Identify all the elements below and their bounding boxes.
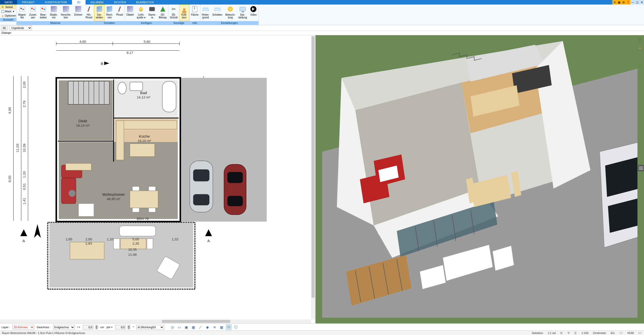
ribbon-group-title: Sonstige (168, 21, 189, 25)
palette-icon[interactable] (636, 54, 643, 60)
material-pinsel-button[interactable]: Hin.Pinsel (84, 5, 94, 21)
menu-tab-datei[interactable]: DATEI (0, 0, 17, 5)
lichtquelle-button[interactable]: Licht-quelle ▾ (135, 5, 147, 21)
svg-text:10,39: 10,39 (22, 144, 26, 152)
geschoss-select[interactable]: Erdgeschos (53, 325, 75, 329)
material-drehen-button[interactable]: Drehen (73, 5, 84, 21)
svg-text:Bad: Bad (140, 91, 147, 95)
layer-select[interactable]: 2D-Elemen (13, 325, 34, 329)
scrollbar-horizontal[interactable] (0, 319, 311, 323)
maximize-button[interactable]: ◻ (635, 0, 639, 5)
ribbon-group-title: Material (17, 21, 94, 25)
sun-icon (228, 7, 233, 12)
side-panel-handle[interactable] (638, 165, 644, 171)
material-abgreifen-button[interactable]: Abgrei-fen (17, 5, 28, 21)
material-bearbeiten-button[interactable]: Bear-beiten (38, 5, 48, 21)
material-verschieben-button[interactable]: Verschie-ben (59, 5, 73, 21)
status-bar: Raum Wohnzimmer RAUM - 1.5cm Putz L=Räum… (0, 330, 644, 335)
l-spinner[interactable]: ▴▾ (95, 325, 98, 329)
l-input[interactable] (83, 325, 93, 329)
options-label: Optionen (5, 14, 16, 17)
mode-label: 3D (1, 26, 8, 30)
north-icon[interactable]: Ⓝ (226, 324, 232, 330)
scissors-icon: ✂ (172, 7, 176, 12)
material-zuweisen-button[interactable]: Zuwei-sen (28, 5, 38, 21)
line-icon[interactable]: ／ (198, 324, 203, 330)
ribbon-group-title: Info (190, 21, 200, 25)
status-uf: UF (619, 331, 623, 334)
svg-text:0,51: 0,51 (22, 183, 26, 190)
options-button[interactable]: ＋ Optionen (1, 14, 16, 17)
schatten-pinsel-button[interactable]: Pinsel (115, 5, 125, 21)
tree-tool-icon[interactable]: ♣ (636, 62, 643, 69)
status-scale: 1:100 (582, 331, 589, 334)
clock-icon[interactable]: ◷ (170, 324, 175, 330)
kamera-button[interactable]: Kame-ra (147, 5, 157, 21)
grid-on-icon[interactable]: ▦ (219, 324, 224, 330)
schatten-settings-button[interactable]: Schatten (211, 5, 224, 21)
terrain-select[interactable]: Urgelände (9, 26, 32, 30)
camera-icon (149, 7, 155, 11)
menu-tab-sichten[interactable]: SICHTEN (109, 0, 131, 5)
layer-icon[interactable]: ◆ (205, 324, 210, 330)
material-skalieren-button[interactable]: Skalie-ren (48, 5, 59, 21)
schatten-darstellen-button[interactable]: Dar-stellen (94, 5, 104, 21)
hintergrund-button[interactable]: Hinter-grund (200, 5, 211, 21)
svg-text:9,17: 9,17 (127, 51, 133, 55)
cursor-icon (2, 6, 5, 9)
camera-tool-icon[interactable]: ▣ (184, 324, 189, 330)
svg-text:14,12 m²: 14,12 m² (137, 95, 150, 99)
view-3d[interactable]: ☰ 🪑 ♣ (316, 35, 644, 323)
menu-tab-projekt[interactable]: PROJEKT (17, 0, 40, 5)
ruler-icon[interactable]: ▭ (177, 324, 182, 330)
tool-icon[interactable]: ✕ (612, 0, 617, 5)
bitmap-button[interactable]: 3D-Bitmap (157, 5, 168, 21)
svg-text:18,14 m²: 18,14 m² (76, 124, 90, 127)
schatten-rechnen-button[interactable]: Rech-nen (104, 5, 115, 21)
tool-icon[interactable]: ▦ (617, 0, 621, 5)
svg-rect-65 (149, 208, 156, 212)
minimize-button[interactable]: — (630, 0, 635, 5)
tool-icon[interactable]: ❓ (626, 0, 630, 5)
objekt-button[interactable]: Objekt (125, 5, 135, 21)
menu-tab-gelaende[interactable]: GELÄNDE (86, 0, 109, 5)
mode-select[interactable]: dl (Richtung/Di (136, 325, 164, 329)
stack-icon[interactable]: ≋ (212, 324, 217, 330)
darstellung-button[interactable]: Dar-stellung (237, 5, 248, 21)
beleuchtung-button[interactable]: Beleuch-tung (224, 5, 237, 21)
landscape-icon (202, 8, 209, 11)
dialoge-bar: Dialoge: (0, 31, 644, 35)
phi-spinner[interactable]: ▴▾ (128, 325, 130, 329)
layers-icon[interactable]: ☰ (636, 37, 643, 43)
menu-tab-konstruktion[interactable]: KONSTRUKTION (40, 0, 72, 5)
video-button[interactable]: Video (248, 5, 258, 21)
svg-rect-31 (193, 194, 210, 205)
kollision-button[interactable]: Kolli-sion (179, 5, 189, 21)
status-sel: 1:1 sel (548, 331, 556, 334)
chair-icon (127, 6, 133, 12)
ribbon-group-title: Einstellungen (200, 21, 258, 25)
svg-marker-99 (104, 62, 109, 65)
schnitt3d-button[interactable]: ✂3D-Schnitt (168, 5, 179, 21)
svg-rect-78 (120, 226, 156, 236)
phi-unit: ° (133, 326, 134, 329)
bulb-icon (139, 7, 143, 11)
l-unit: cm (100, 326, 104, 329)
tree-icon (160, 7, 165, 12)
tool-icon[interactable]: ⧉ (621, 0, 626, 5)
furniture-icon[interactable]: 🪑 (636, 45, 643, 52)
select-button[interactable]: Selekt (1, 5, 16, 9)
view-2d[interactable]: 4,65 5,60 9,17 4,90 6,00 11,03 2,00 2,79… (0, 35, 316, 323)
info-small-icon[interactable]: ⓘ (233, 324, 239, 330)
mark-button[interactable]: Mark. ▾ (1, 10, 16, 13)
phi-input[interactable] (115, 325, 126, 329)
menu-tab-3d[interactable]: 3D (72, 0, 86, 5)
flaeche-button[interactable]: Fläche (190, 5, 200, 21)
svg-rect-54 (116, 121, 177, 129)
menu-tab-bearbeiten[interactable]: BEARBEITEN (131, 0, 159, 5)
scrollbar-vertical[interactable] (311, 35, 315, 319)
close-button[interactable]: ✕ (639, 0, 644, 5)
brush-icon (118, 6, 121, 12)
menu-bar: DATEI PROJEKT KONSTRUKTION 3D GELÄNDE SI… (0, 0, 644, 5)
screen-icon[interactable]: ▦ (191, 324, 196, 330)
